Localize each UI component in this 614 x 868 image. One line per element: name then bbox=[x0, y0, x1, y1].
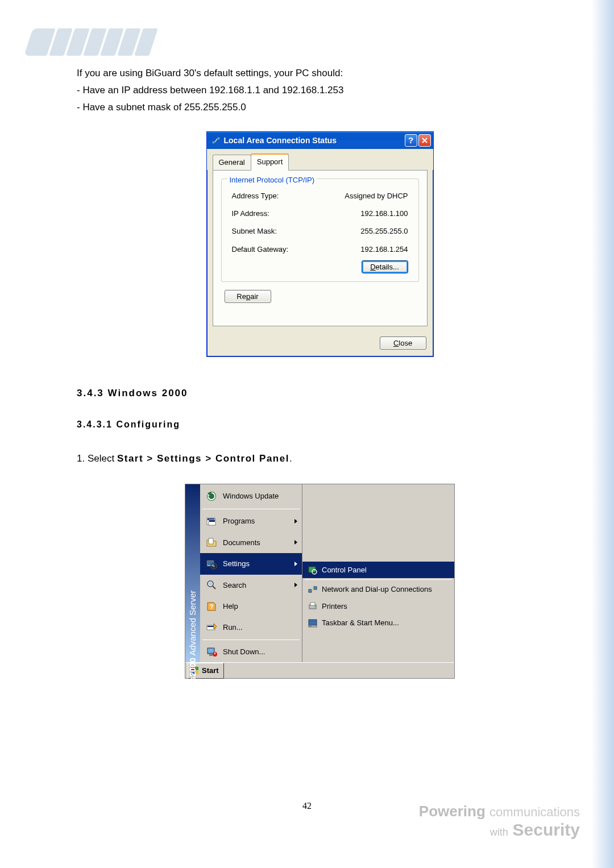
menu-settings[interactable]: Settings bbox=[200, 553, 302, 574]
svg-rect-29 bbox=[309, 589, 312, 592]
documents-icon bbox=[206, 537, 217, 548]
tab-support[interactable]: Support bbox=[251, 153, 289, 170]
menu-settings-label: Settings bbox=[223, 558, 250, 570]
windows-update-icon bbox=[206, 491, 217, 502]
svg-rect-20 bbox=[208, 626, 214, 627]
billion-logo-watermark bbox=[28, 28, 199, 68]
menu-help[interactable]: ? Help bbox=[200, 596, 302, 617]
band-windows: Windows bbox=[188, 676, 197, 714]
svg-rect-35 bbox=[309, 620, 317, 625]
fieldset-legend: Internet Protocol (TCP/IP) bbox=[227, 174, 317, 186]
svg-point-17 bbox=[209, 582, 212, 585]
help-icon: ? bbox=[206, 601, 217, 612]
band-2000: 2000 bbox=[188, 658, 197, 676]
address-type-label: Address Type: bbox=[232, 190, 279, 202]
svg-point-14 bbox=[213, 565, 215, 567]
ip-address-value: 192.168.1.100 bbox=[360, 207, 408, 219]
row-subnet-mask: Subnet Mask: 255.255.255.0 bbox=[229, 222, 412, 240]
menu-windows-update[interactable]: Windows Update bbox=[200, 484, 302, 508]
row-default-gateway: Default Gateway: 192.168.1.254 bbox=[229, 240, 412, 258]
menu-documents[interactable]: Documents bbox=[200, 532, 302, 553]
close-dialog-button[interactable]: Close bbox=[380, 337, 426, 350]
network-connection-icon bbox=[211, 136, 221, 145]
step-suffix: . bbox=[289, 453, 292, 464]
tab-content-support: Internet Protocol (TCP/IP) Address Type:… bbox=[213, 170, 428, 327]
help-button[interactable]: ? bbox=[405, 134, 417, 147]
submenu-arrow-icon bbox=[294, 540, 297, 545]
run-icon bbox=[206, 622, 217, 633]
close-icon bbox=[421, 137, 428, 144]
submenu-control-panel[interactable]: Control Panel bbox=[302, 562, 454, 578]
svg-rect-33 bbox=[310, 603, 315, 605]
repair-button[interactable]: Repair bbox=[225, 290, 271, 303]
page-right-gradient bbox=[591, 0, 614, 868]
menu-run[interactable]: Run... bbox=[200, 617, 302, 638]
footer-with: with bbox=[490, 827, 508, 838]
submenu-separator bbox=[305, 579, 452, 580]
svg-rect-0 bbox=[212, 141, 215, 144]
shutdown-icon bbox=[206, 646, 217, 658]
row-ip-address: IP Address: 192.168.1.100 bbox=[229, 205, 412, 222]
svg-rect-8 bbox=[209, 520, 215, 522]
submenu-printers-label: Printers bbox=[322, 600, 347, 612]
submenu-taskbar-label: Taskbar & Start Menu... bbox=[322, 617, 399, 629]
menu-help-label: Help bbox=[223, 600, 238, 612]
menu-shutdown[interactable]: Shut Down... bbox=[200, 641, 302, 662]
ip-address-label: IP Address: bbox=[232, 207, 269, 219]
svg-rect-10 bbox=[209, 538, 213, 544]
menu-programs-label: Programs bbox=[223, 515, 255, 527]
svg-line-2 bbox=[215, 139, 217, 142]
footer-brand-watermark: Powering communications with Security bbox=[419, 803, 580, 840]
footer-communications: communications bbox=[489, 805, 580, 819]
subnet-mask-label: Subnet Mask: bbox=[232, 225, 277, 237]
menu-search[interactable]: Search bbox=[200, 575, 302, 596]
svg-text:?: ? bbox=[210, 603, 214, 610]
menu-programs[interactable]: Programs bbox=[200, 510, 302, 531]
document-content: If you are using BiGuard 30's default se… bbox=[77, 65, 563, 679]
local-area-connection-status-dialog: Local Area Connection Status ? General S… bbox=[206, 131, 434, 357]
section-heading-3-4-3-1: 3.4.3.1 Configuring bbox=[77, 417, 563, 432]
svg-line-16 bbox=[213, 586, 215, 589]
default-gateway-label: Default Gateway: bbox=[232, 243, 289, 255]
step-prefix: 1. Select bbox=[77, 453, 117, 464]
network-connections-icon bbox=[308, 585, 317, 594]
intro-line-1: If you are using BiGuard 30's default se… bbox=[77, 65, 563, 81]
section-heading-3-4-3: 3.4.3 Windows 2000 bbox=[77, 385, 563, 401]
programs-icon bbox=[206, 516, 217, 527]
footer-powering: Powering bbox=[419, 803, 486, 820]
address-type-value: Assigned by DHCP bbox=[345, 190, 408, 202]
intro-line-2: - Have an IP address between 192.168.1.1… bbox=[77, 82, 563, 98]
internet-protocol-fieldset: Internet Protocol (TCP/IP) Address Type:… bbox=[221, 178, 419, 283]
step-nav-path: Start > Settings > Control Panel bbox=[117, 453, 289, 464]
menu-search-label: Search bbox=[223, 579, 246, 591]
settings-icon bbox=[206, 558, 217, 570]
submenu-network-connections[interactable]: Network and Dial-up Connections bbox=[302, 581, 454, 597]
submenu-control-panel-label: Control Panel bbox=[322, 564, 367, 576]
menu-documents-label: Documents bbox=[223, 537, 260, 549]
windows-2000-start-menu-screenshot: Windows2000 Advanced Server Windows Upda… bbox=[185, 484, 455, 679]
dialog-footer: Close bbox=[207, 332, 433, 356]
submenu-taskbar-start-menu[interactable]: Taskbar & Start Menu... bbox=[302, 614, 454, 631]
start-button-label: Start bbox=[202, 665, 219, 676]
submenu-printers[interactable]: Printers bbox=[302, 598, 454, 614]
taskbar-icon bbox=[308, 618, 317, 628]
svg-rect-24 bbox=[209, 654, 213, 656]
menu-run-label: Run... bbox=[223, 621, 243, 633]
step-1-text: 1. Select Start > Settings > Control Pan… bbox=[77, 451, 563, 467]
close-button[interactable] bbox=[418, 134, 431, 147]
dialog-title: Local Area Connection Status bbox=[224, 134, 404, 147]
svg-rect-1 bbox=[217, 137, 220, 140]
dialog-titlebar[interactable]: Local Area Connection Status ? bbox=[207, 132, 433, 149]
tab-general[interactable]: General bbox=[213, 155, 251, 171]
details-button[interactable]: Details... bbox=[362, 260, 408, 273]
submenu-arrow-icon bbox=[294, 519, 297, 524]
printers-icon bbox=[308, 601, 317, 610]
details-button-rest: etails... bbox=[376, 263, 399, 271]
taskbar: Start bbox=[185, 662, 454, 678]
start-menu-side-band: Windows2000 Advanced Server bbox=[185, 484, 200, 663]
start-menu-main-column: Windows Update Programs Documents bbox=[200, 484, 302, 663]
submenu-arrow-icon bbox=[294, 583, 297, 587]
footer-security: Security bbox=[513, 820, 580, 839]
svg-line-31 bbox=[312, 588, 314, 591]
svg-rect-37 bbox=[309, 625, 312, 626]
